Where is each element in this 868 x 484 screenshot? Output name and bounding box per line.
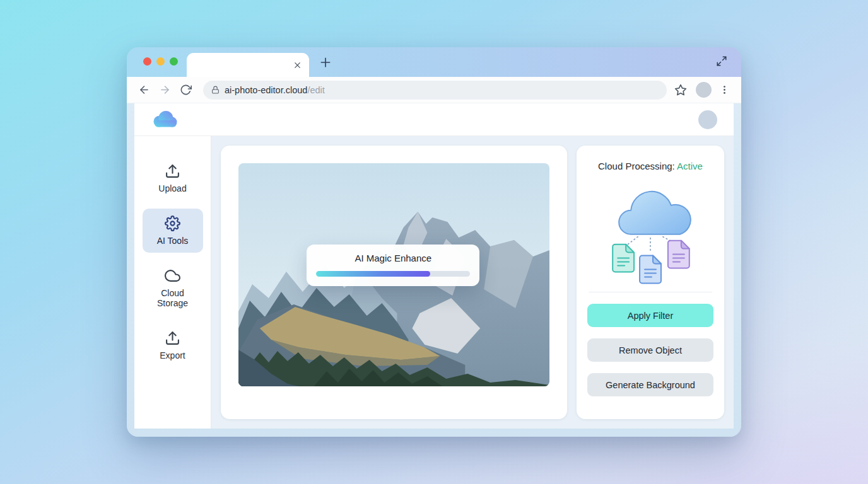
status-value: Active xyxy=(677,161,703,171)
sidebar-item-export[interactable]: Export xyxy=(143,323,203,367)
reload-icon[interactable] xyxy=(180,84,192,96)
sidebar-item-ai-tools[interactable]: AI Tools xyxy=(143,209,203,253)
menu-dots-icon[interactable] xyxy=(719,84,730,95)
sidebar-item-label: Export xyxy=(160,350,185,360)
expand-icon[interactable] xyxy=(716,55,727,67)
page-viewport: Upload AI Tools Cloud Storage xyxy=(127,103,741,437)
progress-fill xyxy=(316,271,430,277)
enhance-overlay: AI Magic Enhance xyxy=(307,245,479,286)
export-icon xyxy=(165,330,180,346)
address-bar[interactable]: ai-photo-editor.cloud/edit xyxy=(203,81,667,100)
traffic-close-icon[interactable] xyxy=(143,57,151,66)
close-icon[interactable] xyxy=(293,61,302,69)
traffic-zoom-icon[interactable] xyxy=(170,57,178,66)
sidebar-item-label: Upload xyxy=(158,183,186,193)
upload-icon xyxy=(165,163,180,179)
tab-strip xyxy=(127,47,741,77)
app-body: Upload AI Tools Cloud Storage xyxy=(134,136,734,429)
traffic-minimize-icon[interactable] xyxy=(156,57,165,66)
document-icon-blue xyxy=(640,256,661,284)
canvas-card: AI Magic Enhance xyxy=(221,146,567,419)
photo-canvas[interactable]: AI Magic Enhance xyxy=(238,163,549,386)
url-host: ai-photo-editor.cloud xyxy=(225,85,307,95)
sidebar-item-label: Cloud Storage xyxy=(146,288,199,308)
cloud-processing-panel: Cloud Processing: Active xyxy=(577,146,724,419)
new-tab-icon[interactable] xyxy=(319,56,332,69)
sidebar: Upload AI Tools Cloud Storage xyxy=(134,136,211,429)
status-label: Cloud Processing: xyxy=(598,161,675,171)
editor-content: AI Magic Enhance Cloud Processing: Activ… xyxy=(211,136,734,429)
document-icon-purple xyxy=(668,241,689,268)
app-header xyxy=(134,103,734,136)
sidebar-item-cloud-storage[interactable]: Cloud Storage xyxy=(143,261,203,315)
app-logo-cloud-icon[interactable] xyxy=(151,110,180,129)
processing-status: Cloud Processing: Active xyxy=(587,161,713,171)
forward-icon[interactable] xyxy=(159,84,171,96)
overlay-title: AI Magic Enhance xyxy=(316,253,470,263)
url-path: /edit xyxy=(307,85,324,95)
remove-object-button[interactable]: Remove Object xyxy=(587,338,713,362)
lock-icon xyxy=(211,86,220,94)
browser-profile-avatar[interactable] xyxy=(696,82,712,98)
big-cloud-icon xyxy=(619,192,691,234)
user-avatar[interactable] xyxy=(698,110,717,129)
browser-toolbar: ai-photo-editor.cloud/edit xyxy=(127,77,741,103)
browser-tab[interactable] xyxy=(187,53,309,77)
gear-icon xyxy=(165,216,180,231)
panel-divider xyxy=(589,292,712,292)
cloud-sync-illustration xyxy=(595,179,706,287)
cloud-icon xyxy=(165,268,180,284)
progress-bar xyxy=(316,271,470,277)
back-icon[interactable] xyxy=(138,84,150,96)
generate-background-button[interactable]: Generate Background xyxy=(587,373,713,396)
apply-filter-button[interactable]: Apply Filter xyxy=(587,304,713,327)
browser-window: ai-photo-editor.cloud/edit xyxy=(127,47,741,437)
bookmark-star-icon[interactable] xyxy=(674,84,687,96)
sidebar-item-upload[interactable]: Upload xyxy=(143,156,203,200)
sidebar-item-label: AI Tools xyxy=(157,236,189,246)
document-icon-teal xyxy=(613,245,634,272)
